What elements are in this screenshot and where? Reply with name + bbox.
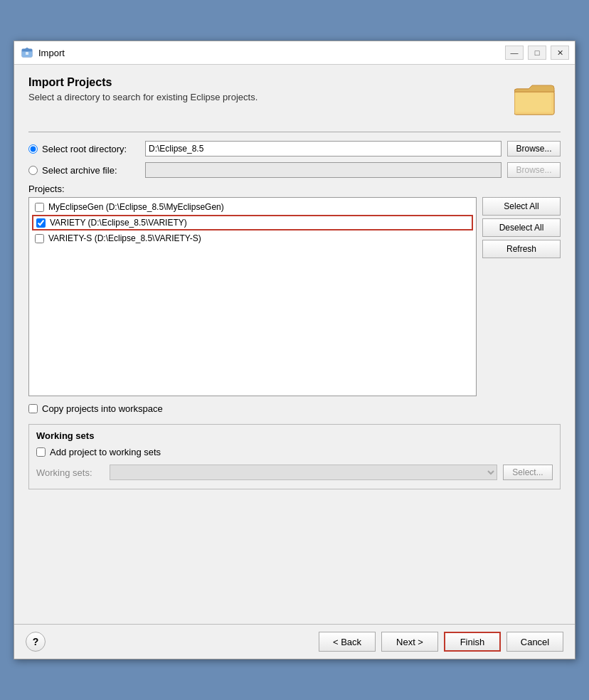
ws-select-button[interactable]: Select...: [503, 465, 553, 480]
archive-browse-button[interactable]: Browse...: [507, 162, 561, 178]
project-checkbox-0[interactable]: [35, 203, 44, 212]
maximize-button[interactable]: □: [528, 46, 546, 60]
archive-radio[interactable]: [28, 166, 38, 175]
help-button[interactable]: ?: [26, 632, 46, 652]
minimize-button[interactable]: —: [505, 46, 524, 60]
ws-dropdown-wrap: [110, 465, 497, 480]
add-to-ws-row[interactable]: Add project to working sets: [36, 447, 553, 457]
dialog-title: Import Projects: [28, 76, 511, 89]
root-dir-radio[interactable]: [28, 144, 38, 154]
projects-section-label: Projects:: [28, 184, 561, 194]
dialog-subtitle: Select a directory to search for existin…: [28, 92, 511, 102]
header-text: Import Projects Select a directory to se…: [28, 76, 511, 102]
folder-icon: [511, 76, 561, 119]
archive-label[interactable]: Select archive file:: [28, 165, 145, 176]
ws-dropdown[interactable]: [110, 465, 497, 480]
root-dir-label[interactable]: Select root directory:: [28, 144, 145, 154]
copy-checkbox-row[interactable]: Copy projects into workspace: [28, 403, 561, 414]
archive-input[interactable]: [145, 162, 502, 178]
project-label-0: MyEclipseGen (D:\Eclipse_8.5\MyEclipseGe…: [48, 202, 224, 212]
finish-button[interactable]: Finish: [444, 632, 501, 652]
dialog-icon: [20, 46, 34, 60]
root-dir-input[interactable]: [145, 141, 502, 157]
project-label-2: VARIETY-S (D:\Eclipse_8.5\VARIETY-S): [48, 233, 201, 243]
list-item[interactable]: MyEclipseGen (D:\Eclipse_8.5\MyEclipseGe…: [32, 201, 473, 213]
list-item[interactable]: VARIETY-S (D:\Eclipse_8.5\VARIETY-S): [32, 232, 473, 245]
window-controls: — □ ✕: [505, 46, 569, 60]
add-to-ws-label: Add project to working sets: [50, 447, 161, 457]
next-button[interactable]: Next >: [381, 632, 438, 652]
close-button[interactable]: ✕: [551, 46, 569, 60]
root-dir-row: Select root directory: Browse...: [28, 141, 561, 157]
side-buttons: Select All Deselect All Refresh: [482, 197, 561, 396]
cancel-button[interactable]: Cancel: [506, 632, 563, 652]
root-browse-button[interactable]: Browse...: [507, 141, 561, 157]
archive-row: Select archive file: Browse...: [28, 162, 561, 178]
copy-checkbox[interactable]: [28, 404, 38, 413]
projects-area: MyEclipseGen (D:\Eclipse_8.5\MyEclipseGe…: [28, 197, 561, 396]
header-section: Import Projects Select a directory to se…: [28, 76, 561, 119]
window-title: Import: [38, 48, 505, 58]
project-checkbox-1[interactable]: [36, 218, 46, 228]
bottom-bar: ? < Back Next > Finish Cancel: [14, 624, 575, 659]
list-item[interactable]: VARIETY (D:\Eclipse_8.5\VARIETY): [32, 215, 473, 230]
import-dialog: Import — □ ✕ Import Projects Select a di…: [14, 41, 575, 659]
working-sets-group: Working sets Add project to working sets…: [28, 424, 561, 489]
select-all-button[interactable]: Select All: [482, 197, 561, 216]
project-checkbox-2[interactable]: [35, 234, 44, 243]
project-label-1: VARIETY (D:\Eclipse_8.5\VARIETY): [50, 218, 187, 228]
refresh-button[interactable]: Refresh: [482, 240, 561, 258]
header-separator: [28, 132, 561, 132]
back-button[interactable]: < Back: [319, 632, 376, 652]
svg-rect-6: [516, 93, 551, 112]
copy-label: Copy projects into workspace: [42, 403, 163, 414]
add-to-ws-checkbox[interactable]: [36, 447, 46, 457]
title-bar: Import — □ ✕: [14, 41, 575, 65]
projects-list: MyEclipseGen (D:\Eclipse_8.5\MyEclipseGe…: [28, 197, 477, 396]
svg-rect-3: [26, 52, 28, 55]
deselect-all-button[interactable]: Deselect All: [482, 218, 561, 237]
dialog-body: Import Projects Select a directory to se…: [14, 65, 575, 624]
ws-input-row: Working sets: Select...: [36, 465, 553, 480]
working-sets-title: Working sets: [36, 430, 553, 441]
ws-label: Working sets:: [36, 467, 104, 478]
